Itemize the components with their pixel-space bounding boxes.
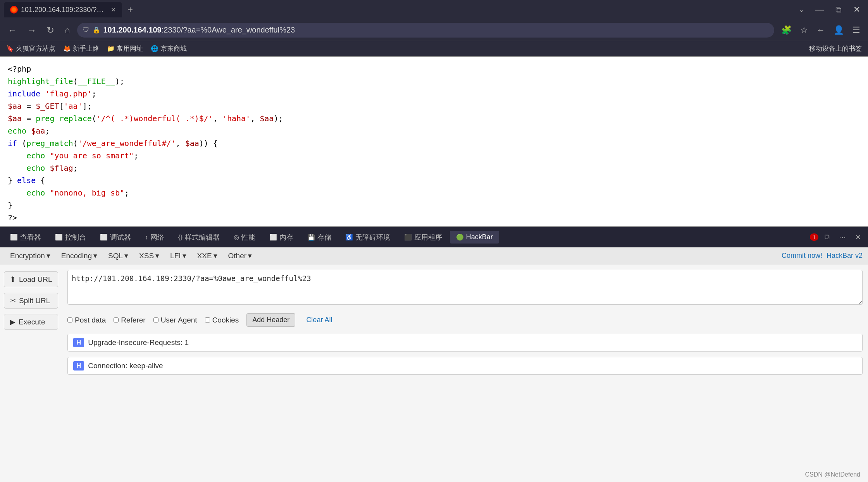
address-bar[interactable]: 🛡 🔒 101.200.164.109:2330/?aa=%0Awe_are_w…: [77, 23, 775, 38]
hackbar-menu-lfi[interactable]: LFI ▾: [165, 250, 191, 262]
hackbar-main: Post data Referer User Agent Cookie: [62, 264, 868, 482]
csdn-credit: CSDN @NetDefend: [805, 471, 860, 478]
address-text: 101.200.164.109:2330/?aa=%0Awe_are_wonde…: [103, 26, 769, 34]
tab-area: 101.200.164.109:2330/?aa=%0av ✕ +: [4, 2, 792, 17]
encoding-chevron-icon: ▾: [93, 251, 97, 260]
hackbar-url-input[interactable]: [67, 270, 863, 305]
devtools-tab-hackbar-label: HackBar: [466, 233, 493, 241]
bookmarks-bar: 🔖 火狐官方站点 🦊 新手上路 📁 常用网址 🌐 京东商城 移动设备上的书签: [0, 41, 868, 57]
post-data-checkbox[interactable]: [67, 317, 72, 322]
active-tab[interactable]: 101.200.164.109:2330/?aa=%0av ✕: [4, 2, 122, 17]
hackbar-url-area: [67, 270, 863, 306]
devtools-tab-debugger[interactable]: ⬜ 调试器: [94, 230, 137, 244]
bookmark-newuser-label: 新手上路: [73, 44, 99, 53]
hackbar-checkboxes: Post data Referer User Agent Cookie: [67, 312, 863, 328]
devtools-tab-memory[interactable]: ⬜ 内存: [263, 230, 300, 244]
devtools-tab-console[interactable]: ⬜ 控制台: [49, 230, 92, 244]
network-icon: ↕: [145, 234, 148, 241]
close-devtools-button[interactable]: ✕: [852, 232, 864, 243]
tab-list-button[interactable]: ⌄: [796, 4, 808, 15]
debugger-icon: ⬜: [100, 233, 108, 241]
referer-checkbox[interactable]: [114, 317, 119, 322]
hackbar-menu-xss[interactable]: XSS ▾: [134, 250, 164, 262]
load-url-icon: ⬆: [10, 275, 16, 284]
devtools-tab-debugger-label: 调试器: [110, 233, 131, 242]
hackbar-menu-sql[interactable]: SQL ▾: [103, 250, 133, 262]
nav-back-button[interactable]: ←: [813, 24, 828, 37]
hackbar-actions: ⬆ Load URL ✂ Split URL ▶ Execute: [0, 264, 62, 482]
clear-all-button[interactable]: Clear All: [303, 314, 335, 326]
split-url-label: Split URL: [19, 297, 50, 305]
error-badge: 1: [810, 233, 818, 241]
bookmark-button[interactable]: ☆: [797, 24, 811, 37]
user-agent-checkbox[interactable]: [153, 317, 158, 322]
sql-chevron-icon: ▾: [124, 251, 128, 260]
devtools-tab-style[interactable]: {} 样式编辑器: [172, 230, 226, 244]
hackbar-menu-encoding[interactable]: Encoding ▾: [57, 250, 102, 262]
firefox-icon: 🔖: [6, 45, 14, 52]
devtools-tab-app-label: 应用程序: [414, 233, 442, 242]
hackbar-panel: Encryption ▾ Encoding ▾ SQL ▾ XSS ▾ LFI: [0, 247, 868, 482]
bookmark-firefox[interactable]: 🔖 火狐官方站点: [6, 44, 55, 53]
execute-button[interactable]: ▶ Execute: [4, 314, 58, 330]
profile-button[interactable]: 👤: [830, 24, 847, 37]
load-url-button[interactable]: ⬆ Load URL: [4, 271, 58, 287]
other-chevron-icon: ▾: [248, 251, 252, 260]
devtools-tab-perf-label: 性能: [241, 233, 255, 242]
devtools-tab-network[interactable]: ↕ 网络: [139, 230, 170, 244]
copy-devtools-button[interactable]: ⧉: [822, 232, 833, 243]
minimize-button[interactable]: —: [811, 3, 828, 16]
tab-title: 101.200.164.109:2330/?aa=%0av: [21, 6, 106, 14]
storage-icon: 💾: [307, 233, 315, 241]
post-data-checkbox-label[interactable]: Post data: [67, 316, 106, 324]
user-agent-checkbox-label[interactable]: User Agent: [153, 316, 197, 324]
menu-button[interactable]: ☰: [849, 24, 863, 37]
cookies-checkbox[interactable]: [205, 317, 210, 322]
devtools-right-controls: 1 ⧉ ⋯ ✕: [810, 232, 864, 243]
inspector-icon: ⬜: [10, 233, 18, 241]
devtools-tab-style-label: 样式编辑器: [185, 233, 220, 242]
hackbar-menu-xss-label: XSS: [139, 252, 154, 260]
bookmark-common[interactable]: 📁 常用网址: [107, 44, 143, 53]
style-icon: {}: [178, 234, 183, 241]
bookmark-jd[interactable]: 🌐 京东商城: [151, 44, 187, 53]
hackbar-menu-xxe[interactable]: XXE ▾: [193, 250, 222, 262]
cookies-checkbox-label[interactable]: Cookies: [205, 316, 239, 324]
bookmark-jd-label: 京东商城: [160, 44, 187, 53]
devtools-tab-app[interactable]: ⬛ 应用程序: [398, 230, 448, 244]
bookmark-newuser[interactable]: 🦊 新手上路: [63, 44, 99, 53]
forward-button[interactable]: →: [24, 23, 40, 37]
bookmark-firefox-label: 火狐官方站点: [16, 44, 55, 53]
devtools-tab-inspector[interactable]: ⬜ 查看器: [4, 230, 47, 244]
xxe-chevron-icon: ▾: [214, 251, 217, 260]
split-url-button[interactable]: ✂ Split URL: [4, 293, 58, 309]
encryption-chevron-icon: ▾: [46, 251, 50, 260]
more-devtools-button[interactable]: ⋯: [836, 232, 849, 243]
home-button[interactable]: ⌂: [61, 23, 73, 37]
hackbar-icon: 🟢: [456, 233, 464, 241]
close-button[interactable]: ✕: [849, 3, 864, 16]
devtools-tab-hackbar[interactable]: 🟢 HackBar: [450, 231, 499, 244]
hackbar-menu-sql-label: SQL: [108, 252, 123, 260]
devtools-tab-a11y-label: 无障碍环境: [355, 233, 390, 242]
new-tab-button[interactable]: +: [124, 3, 136, 17]
hackbar-menu-encryption[interactable]: Encryption ▾: [5, 250, 55, 262]
devtools-tab-a11y[interactable]: ♿ 无障碍环境: [339, 230, 396, 244]
extensions-button[interactable]: 🧩: [778, 24, 795, 37]
hackbar-body: ⬆ Load URL ✂ Split URL ▶ Execute: [0, 264, 868, 482]
reload-button[interactable]: ↻: [43, 23, 57, 37]
tab-close-button[interactable]: ✕: [111, 6, 116, 14]
referer-checkbox-label[interactable]: Referer: [114, 316, 145, 324]
hackbar-menu-other[interactable]: Other ▾: [224, 250, 257, 262]
memory-icon: ⬜: [269, 233, 277, 241]
restore-button[interactable]: ⧉: [832, 3, 846, 16]
mobile-bookmarks[interactable]: 移动设备上的书签: [809, 44, 862, 53]
devtools-tab-perf[interactable]: ◎ 性能: [227, 230, 262, 244]
add-header-button[interactable]: Add Header: [246, 313, 295, 327]
devtools-tab-storage[interactable]: 💾 存储: [301, 230, 338, 244]
mobile-bookmarks-label: 移动设备上的书签: [809, 45, 862, 52]
back-button[interactable]: ←: [5, 23, 20, 37]
hackbar-menu-lfi-label: LFI: [170, 252, 181, 260]
hackbar-header-value-2: Connection: keep-alive: [88, 362, 163, 370]
bookmark-common-label: 常用网址: [117, 44, 143, 53]
